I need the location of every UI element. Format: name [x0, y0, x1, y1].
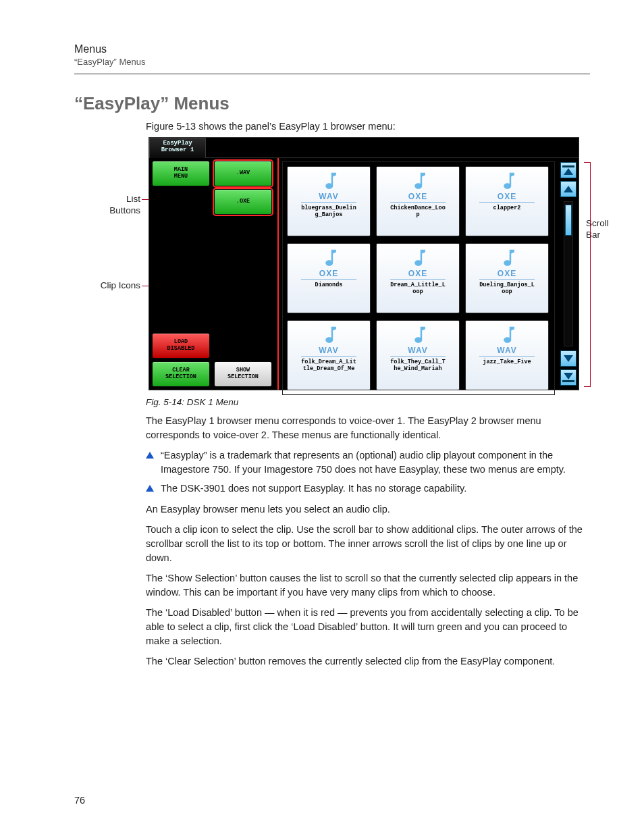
divider [479, 202, 535, 203]
clip-filename: bluegrass_Duelin g_Banjos [301, 205, 356, 219]
divider [301, 202, 357, 203]
music-note-icon [408, 325, 428, 345]
body-paragraph: The ‘Clear Selection’ button removes the… [146, 654, 587, 669]
music-note-icon [497, 325, 517, 345]
clip-type-label: WAV [497, 346, 516, 355]
divider [301, 356, 357, 357]
clear-selection-button[interactable]: CLEAR SELECTION [152, 361, 210, 387]
music-note-icon [319, 171, 339, 191]
bullet-text: “Easyplay” is a trademark that represent… [161, 448, 587, 476]
music-note-icon [408, 171, 428, 191]
callout-list-buttons: List Buttons [86, 194, 140, 217]
body-paragraph: The ‘Load Disabled’ button — when it is … [146, 606, 587, 648]
clip-filename: Diamonds [315, 282, 343, 289]
music-note-icon [497, 248, 517, 268]
clip-type-label: WAV [408, 346, 427, 355]
clip-filename: Dream_A_Little_L oop [390, 282, 446, 296]
clip-filename: folk_They_Call_T he_Wind_Mariah [390, 359, 446, 373]
divider [390, 356, 446, 357]
clip-icon[interactable]: OXEChickenDance_Loo p [376, 166, 460, 236]
header-rule [74, 74, 590, 74]
clip-type-label: OXE [408, 269, 427, 278]
clip-filename: jazz_Take_Five [483, 359, 531, 366]
clip-filename: folk_Dream_A_Lit tle_Dream_Of_Me [301, 359, 356, 373]
clip-icon[interactable]: WAVjazz_Take_Five [465, 320, 549, 390]
clip-icon[interactable]: WAVfolk_They_Call_T he_Wind_Mariah [376, 320, 460, 390]
music-note-icon [319, 248, 339, 268]
tab-strip [206, 138, 579, 158]
body-paragraph: An Easyplay browser menu lets you select… [146, 502, 587, 517]
clip-type-label: OXE [319, 269, 338, 278]
clip-filename: ChickenDance_Loo p [390, 205, 446, 219]
panel-tab[interactable]: EasyPlay Browser 1 [149, 138, 206, 158]
wav-filter-button[interactable]: .WAV [214, 161, 272, 186]
body-paragraph: The EasyPlay 1 browser menu corresponds … [146, 414, 587, 442]
body-paragraph: The ‘Show Selection’ button causes the l… [146, 571, 587, 599]
clip-type-label: OXE [408, 192, 427, 201]
scroll-down-button[interactable] [560, 350, 576, 367]
scroll-bottom-button[interactable] [560, 369, 576, 386]
figure-caption: Fig. 5-14: DSK 1 Menu [146, 397, 590, 407]
clip-icon[interactable]: OXEDueling_Banjos_L oop [465, 243, 549, 313]
divider [479, 356, 535, 357]
running-head-sub: “EasyPlay” Menus [74, 57, 590, 67]
clip-icon[interactable]: OXEDiamonds [287, 243, 371, 313]
scroll-thumb[interactable] [565, 205, 572, 236]
divider [390, 202, 446, 203]
clip-icon[interactable]: OXEclapper2 [465, 166, 549, 236]
scroll-top-button[interactable] [560, 162, 576, 178]
clip-type-label: OXE [498, 269, 516, 278]
music-note-icon [319, 325, 339, 345]
clip-filename: clapper2 [493, 205, 521, 212]
clip-type-label: WAV [319, 346, 338, 355]
clip-icon[interactable]: WAVbluegrass_Duelin g_Banjos [287, 166, 371, 236]
scrollbar-bracket [584, 162, 591, 387]
clip-icon[interactable]: OXEDream_A_Little_L oop [376, 243, 460, 313]
bullet-icon [146, 485, 154, 492]
oxe-filter-button[interactable]: .OXE [214, 189, 272, 215]
clip-type-label: WAV [319, 192, 338, 201]
main-menu-button[interactable]: MAIN MENU [152, 161, 210, 186]
list-buttons-col: MAIN MENU .WAV .OXE LOAD DISABLED CLEAR … [149, 158, 277, 390]
scroll-up-button[interactable] [560, 181, 576, 197]
bullet-text: The DSK-3901 does not support Easyplay. … [161, 481, 466, 496]
easyplay-panel: EasyPlay Browser 1 MAIN MENU .WAV .OXE L… [149, 137, 579, 390]
callout-scroll-bar: Scroll Bar [586, 218, 626, 241]
show-selection-button[interactable]: SHOW SELECTION [214, 361, 272, 387]
clip-filename: Dueling_Banjos_L oop [479, 282, 535, 296]
load-disabled-button[interactable]: LOAD DISABLED [152, 333, 210, 359]
bullet-icon [146, 452, 154, 459]
music-note-icon [497, 171, 517, 191]
clip-type-label: OXE [498, 192, 516, 201]
page-title: “EasyPlay” Menus [74, 93, 590, 114]
scroll-bar [558, 158, 579, 390]
figure-intro-text: Figure 5-13 shows the panel’s EasyPlay 1… [146, 121, 590, 132]
divider [390, 279, 446, 280]
body-paragraph: Touch a clip icon to select the clip. Us… [146, 523, 587, 565]
divider [479, 279, 535, 280]
running-head-section: Menus [74, 43, 590, 55]
divider [301, 279, 357, 280]
music-note-icon [408, 248, 428, 268]
scroll-track[interactable] [564, 201, 573, 346]
callout-clip-icons: Clip Icons [86, 280, 140, 292]
clip-grid: WAVbluegrass_Duelin g_BanjosOXEChickenDa… [283, 162, 554, 394]
clip-icon[interactable]: WAVfolk_Dream_A_Lit tle_Dream_Of_Me [287, 320, 371, 390]
page-number: 76 [74, 795, 85, 806]
